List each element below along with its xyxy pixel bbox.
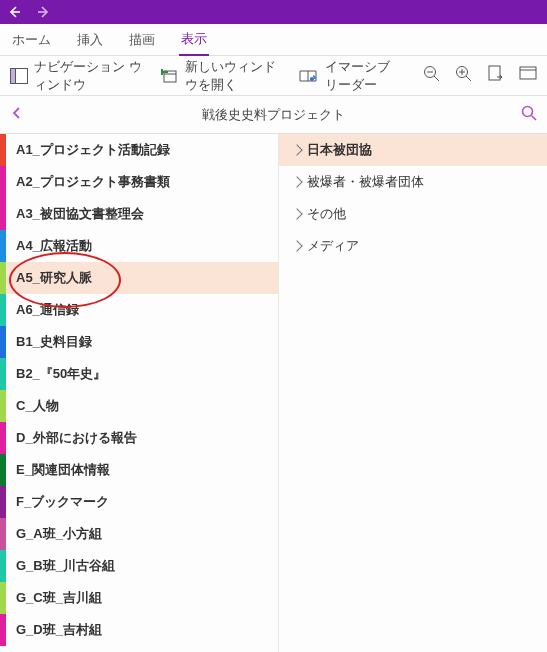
- section-label: A2_プロジェクト事務書類: [16, 173, 170, 191]
- page-item[interactable]: 被爆者・被爆者団体: [279, 166, 547, 198]
- section-label: G_B班_川古谷組: [16, 557, 115, 575]
- section-item[interactable]: A6_通信録: [0, 294, 278, 326]
- page-label: 被爆者・被爆者団体: [307, 173, 424, 191]
- section-item[interactable]: B2_『50年史』: [0, 358, 278, 390]
- tab-insert[interactable]: 挿入: [75, 25, 105, 55]
- section-label: G_A班_小方組: [16, 525, 102, 543]
- page-item[interactable]: その他: [279, 198, 547, 230]
- page-label: 日本被団協: [307, 141, 372, 159]
- section-label: A4_広報活動: [16, 237, 92, 255]
- section-label: F_ブックマーク: [16, 493, 109, 511]
- svg-rect-17: [520, 67, 536, 79]
- title-bar: [0, 0, 547, 24]
- section-label: D_外部における報告: [16, 429, 137, 447]
- tab-draw[interactable]: 描画: [127, 25, 157, 55]
- section-item[interactable]: A1_プロジェクト活動記録: [0, 134, 278, 166]
- section-item[interactable]: A5_研究人脈: [0, 262, 278, 294]
- tab-view[interactable]: 表示: [179, 24, 209, 56]
- page-item[interactable]: 日本被団協: [279, 134, 547, 166]
- section-item[interactable]: F_ブックマーク: [0, 486, 278, 518]
- header-back-icon[interactable]: [10, 106, 24, 123]
- section-label: A5_研究人脈: [16, 269, 92, 287]
- ribbon-tabs: ホーム 挿入 描画 表示: [0, 24, 547, 56]
- section-item[interactable]: G_B班_川古谷組: [0, 550, 278, 582]
- back-arrow-icon[interactable]: [6, 4, 22, 20]
- chevron-right-icon: [291, 144, 302, 155]
- chevron-right-icon: [291, 176, 302, 187]
- section-item[interactable]: B1_史料目録: [0, 326, 278, 358]
- sections-pane: A1_プロジェクト活動記録A2_プロジェクト事務書類A3_被団協文書整理会A4_…: [0, 134, 279, 652]
- section-item[interactable]: D_外部における報告: [0, 422, 278, 454]
- svg-point-8: [310, 77, 314, 81]
- section-label: B1_史料目録: [16, 333, 92, 351]
- immersive-reader-icon: [299, 68, 319, 84]
- notebook-title: 戦後史史料プロジェクト: [0, 106, 547, 124]
- chevron-right-icon: [291, 240, 302, 251]
- section-item[interactable]: A2_プロジェクト事務書類: [0, 166, 278, 198]
- new-window-icon: [161, 68, 179, 84]
- new-window-button[interactable]: 新しいウィンドウを開く: [161, 58, 282, 94]
- section-label: C_人物: [16, 397, 59, 415]
- tab-home[interactable]: ホーム: [10, 25, 53, 55]
- header-search-icon[interactable]: [521, 105, 537, 124]
- svg-rect-16: [489, 66, 500, 80]
- section-label: A1_プロジェクト活動記録: [16, 141, 170, 159]
- section-item[interactable]: G_D班_吉村組: [0, 614, 278, 646]
- section-item[interactable]: E_関連団体情報: [0, 454, 278, 486]
- nav-pane-icon: [10, 68, 28, 84]
- section-item[interactable]: G_C班_吉川組: [0, 582, 278, 614]
- section-label: A6_通信録: [16, 301, 79, 319]
- section-label: G_C班_吉川組: [16, 589, 102, 607]
- svg-line-20: [532, 116, 537, 121]
- page-label: その他: [307, 205, 346, 223]
- pages-pane: 日本被団協被爆者・被爆者団体その他メディア: [279, 134, 547, 652]
- section-label: G_D班_吉村組: [16, 621, 102, 639]
- forward-arrow-icon[interactable]: [36, 4, 52, 20]
- section-item[interactable]: A4_広報活動: [0, 230, 278, 262]
- section-label: E_関連団体情報: [16, 461, 110, 479]
- section-label: B2_『50年史』: [16, 365, 106, 383]
- page-item[interactable]: メディア: [279, 230, 547, 262]
- immersive-reader-button[interactable]: イマーシブ リーダー: [299, 58, 405, 94]
- page-label: メディア: [307, 237, 359, 255]
- svg-line-10: [434, 76, 439, 81]
- svg-line-13: [466, 76, 471, 81]
- notebook-header: 戦後史史料プロジェクト: [0, 96, 547, 134]
- section-item[interactable]: C_人物: [0, 390, 278, 422]
- section-item[interactable]: A3_被団協文書整理会: [0, 198, 278, 230]
- section-label: A3_被団協文書整理会: [16, 205, 144, 223]
- nav-pane-label: ナビゲーション ウィンドウ: [34, 58, 143, 94]
- nav-pane-button[interactable]: ナビゲーション ウィンドウ: [10, 58, 143, 94]
- content-area: A1_プロジェクト活動記録A2_プロジェクト事務書類A3_被団協文書整理会A4_…: [0, 134, 547, 652]
- svg-rect-3: [11, 68, 16, 83]
- chevron-right-icon: [291, 208, 302, 219]
- immersive-reader-label: イマーシブ リーダー: [325, 58, 405, 94]
- zoom-out-icon[interactable]: [423, 65, 441, 86]
- svg-point-19: [523, 107, 533, 117]
- zoom-in-icon[interactable]: [455, 65, 473, 86]
- new-window-label: 新しいウィンドウを開く: [185, 58, 282, 94]
- view-toolbar: ナビゲーション ウィンドウ 新しいウィンドウを開く イマーシブ リーダー: [0, 56, 547, 96]
- page-width-icon[interactable]: [487, 65, 505, 86]
- section-item[interactable]: G_A班_小方組: [0, 518, 278, 550]
- page-fit-icon[interactable]: [519, 65, 537, 86]
